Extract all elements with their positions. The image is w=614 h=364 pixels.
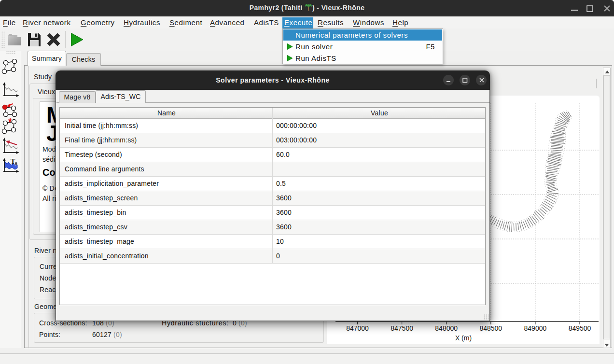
- svg-text:0: 0: [15, 161, 17, 166]
- svg-text:X (m): X (m): [455, 334, 472, 342]
- svg-text:849000: 849000: [524, 324, 547, 332]
- svg-text:848000: 848000: [435, 324, 458, 332]
- svg-text:847500: 847500: [391, 324, 413, 332]
- svg-text:848500: 848500: [479, 324, 502, 332]
- svg-text:849500: 849500: [569, 324, 591, 332]
- svg-text:847000: 847000: [346, 324, 369, 332]
